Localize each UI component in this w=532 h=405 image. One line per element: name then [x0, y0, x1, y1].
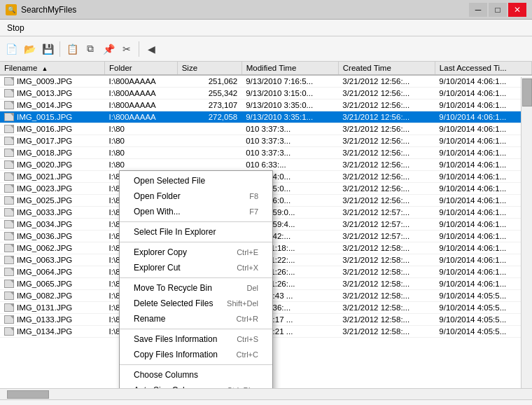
cell-size: [177, 123, 241, 135]
cell-filename: IMG_0133.JPG: [0, 314, 91, 325]
context-menu-item[interactable]: RenameCtrl+R: [120, 311, 272, 327]
scrollbar-thumb-v[interactable]: [522, 78, 532, 107]
toolbar-open[interactable]: 📂: [21, 41, 38, 57]
cell-filename: IMG_0036.JPG: [0, 231, 91, 242]
cell-accessed: 9/10/2014 4:05:5...: [435, 302, 531, 314]
ctx-item-label: Open With...: [134, 207, 181, 217]
col-header-created[interactable]: Created Time: [338, 62, 435, 75]
table-row[interactable]: IMG_0018.JPGI:\80010 3:37:3...3/21/2012 …: [0, 147, 532, 159]
cell-folder: I:\80: [105, 159, 178, 171]
cell-accessed: 9/10/2014 4:06:1...: [435, 207, 531, 219]
filename-text: IMG_0034.JPG: [17, 220, 72, 228]
toolbar-props[interactable]: 📋: [64, 41, 80, 57]
file-icon: [4, 125, 14, 133]
table-row[interactable]: IMG_0017.JPGI:\80010 3:37:3...3/21/2012 …: [0, 135, 532, 147]
cell-accessed: 9/10/2014 4:06:1...: [435, 195, 531, 207]
cell-modified: 9/13/2010 7:16:5...: [241, 75, 338, 88]
filename-text: IMG_0023.JPG: [17, 184, 72, 193]
cell-accessed: 9/10/2014 4:06:1...: [435, 254, 531, 266]
toolbar-separator-1: [59, 41, 60, 57]
cell-filename: IMG_0013.JPG: [0, 88, 91, 99]
table-row[interactable]: IMG_0020.JPGI:\80010 6:33:...3/21/2012 1…: [0, 159, 532, 171]
ctx-item-label: Select File In Explorer: [134, 227, 216, 237]
ctx-item-shortcut: Shift+Del: [227, 299, 258, 308]
toolbar-cut[interactable]: ✂: [118, 41, 135, 57]
file-icon: [4, 327, 14, 336]
minimize-button[interactable]: ─: [469, 3, 487, 17]
ctx-item-shortcut: F7: [249, 207, 258, 216]
cell-created: 3/21/2012 12:58:...: [338, 254, 435, 266]
table-row[interactable]: IMG_0009.JPGI:\800AAAAA251,0629/13/2010 …: [0, 75, 532, 88]
table-row[interactable]: IMG_0016.JPGI:\80010 3:37:3...3/21/2012 …: [0, 123, 532, 135]
cell-filename: IMG_0023.JPG: [0, 183, 91, 194]
context-menu-item[interactable]: Explorer CopyCtrl+E: [120, 245, 272, 260]
context-menu-separator: [120, 242, 272, 242]
close-button[interactable]: ✕: [508, 3, 526, 17]
cell-filename: IMG_0021.JPG: [0, 171, 91, 182]
col-header-accessed[interactable]: Last Accessed Ti...: [435, 62, 531, 75]
col-header-size[interactable]: Size: [177, 62, 241, 75]
vertical-scrollbar[interactable]: [521, 77, 532, 388]
cell-created: 3/21/2012 12:58:...: [338, 266, 435, 278]
file-icon: [4, 149, 14, 157]
table-row[interactable]: IMG_0013.JPGI:\800AAAAA255,3429/13/2010 …: [0, 88, 532, 99]
filename-text: IMG_0131.JPG: [17, 303, 72, 312]
cell-created: 3/21/2012 12:57:...: [338, 219, 435, 231]
context-menu-item[interactable]: Choose Columns: [120, 367, 272, 383]
scrollbar-thumb-h[interactable]: [7, 390, 49, 399]
filename-text: IMG_0020.JPG: [17, 160, 72, 169]
file-icon: [4, 244, 14, 252]
ctx-item-label: Copy Files Information: [134, 350, 218, 359]
col-header-modified[interactable]: Modified Time: [241, 62, 338, 75]
context-menu-item[interactable]: Open Selected File: [120, 173, 272, 188]
maximize-button[interactable]: □: [489, 3, 507, 17]
toolbar-save[interactable]: 💾: [39, 41, 56, 57]
context-menu-item[interactable]: Delete Selected FilesShift+Del: [120, 296, 272, 311]
cell-folder: I:\80: [105, 147, 178, 159]
filename-text: IMG_0063.JPG: [17, 256, 72, 264]
context-menu-separator: [120, 277, 272, 278]
cell-created: 3/21/2012 12:56:...: [338, 171, 435, 183]
file-icon: [4, 268, 14, 276]
toolbar-paste[interactable]: 📌: [100, 41, 117, 57]
context-menu-item[interactable]: Copy Files InformationCtrl+C: [120, 347, 272, 362]
cell-size: 255,342: [177, 88, 241, 99]
context-menu-item[interactable]: Save Files InformationCtrl+S: [120, 331, 272, 347]
filename-text: IMG_0133.JPG: [17, 315, 72, 324]
cell-folder: I:\80: [105, 123, 178, 135]
filename-text: IMG_0018.JPG: [17, 149, 72, 157]
table-row[interactable]: IMG_0014.JPGI:\800AAAAA273,1079/13/2010 …: [0, 99, 532, 111]
toolbar-back[interactable]: ◀: [143, 41, 160, 57]
cell-accessed: 9/10/2014 4:06:1...: [435, 147, 531, 159]
cell-filename: IMG_0063.JPG: [0, 254, 91, 266]
file-icon: [4, 77, 14, 85]
context-menu-item[interactable]: Select File In Explorer: [120, 224, 272, 240]
horizontal-scrollbar[interactable]: [0, 388, 532, 399]
context-menu-item[interactable]: Open FolderF8: [120, 188, 272, 204]
col-header-folder[interactable]: Folder: [105, 62, 178, 75]
cell-filename: IMG_0017.JPG: [0, 135, 91, 146]
context-menu-item[interactable]: Move To Recycle BinDel: [120, 280, 272, 296]
ctx-item-shortcut: Del: [246, 284, 258, 292]
cell-filename: IMG_0016.JPG: [0, 123, 91, 135]
filename-text: IMG_0016.JPG: [17, 125, 72, 133]
file-icon: [4, 291, 14, 300]
toolbar-new[interactable]: 📄: [3, 41, 20, 57]
ctx-item-label: Rename: [134, 314, 165, 324]
context-menu-item[interactable]: Explorer CutCtrl+X: [120, 260, 272, 275]
context-menu-item[interactable]: Open With...F7: [120, 204, 272, 219]
cell-created: 3/21/2012 12:56:...: [338, 75, 435, 88]
cell-modified: 9/13/2010 3:15:0...: [241, 88, 338, 99]
cell-filename: IMG_0034.JPG: [0, 219, 91, 230]
file-icon: [4, 280, 14, 288]
table-row[interactable]: IMG_0015.JPGI:\800AAAAA272,0589/13/2010 …: [0, 111, 532, 123]
cell-size: [177, 159, 241, 171]
cell-created: 3/21/2012 12:58:...: [338, 302, 435, 314]
toolbar-copy[interactable]: ⧉: [82, 41, 99, 57]
menu-stop[interactable]: Stop: [3, 22, 29, 34]
file-icon: [4, 196, 14, 205]
cell-accessed: 9/10/2014 4:06:1...: [435, 231, 531, 242]
context-menu-item[interactable]: Auto Size ColumnsCtrl+Plus: [120, 383, 272, 388]
col-header-filename[interactable]: Filename ▲: [0, 62, 105, 75]
scrollbar-track-h: [0, 390, 532, 399]
